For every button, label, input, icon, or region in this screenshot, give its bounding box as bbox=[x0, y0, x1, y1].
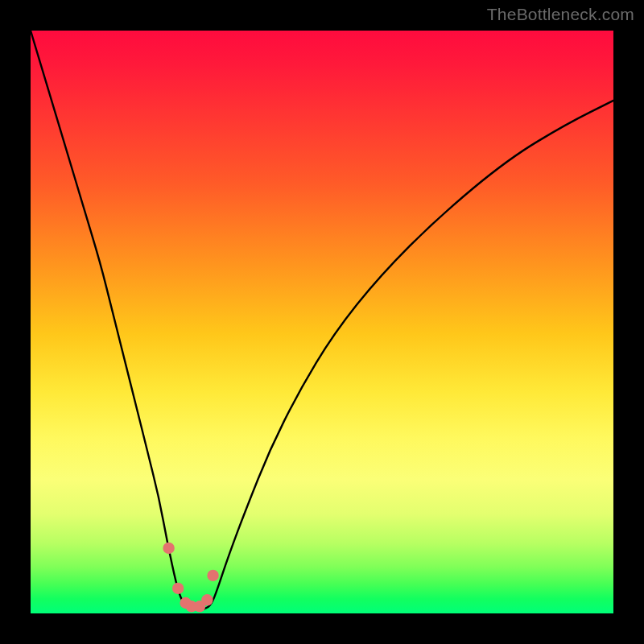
marker-group bbox=[163, 543, 218, 613]
chart-frame: TheBottleneck.com bbox=[0, 0, 644, 644]
curve-svg bbox=[31, 31, 613, 613]
bottleneck-curve bbox=[31, 31, 613, 609]
marker-dot bbox=[172, 583, 184, 594]
marker-dot bbox=[163, 543, 174, 554]
watermark-text: TheBottleneck.com bbox=[487, 5, 634, 24]
plot-area bbox=[31, 31, 613, 613]
marker-dot bbox=[201, 594, 213, 605]
marker-dot bbox=[207, 570, 218, 581]
